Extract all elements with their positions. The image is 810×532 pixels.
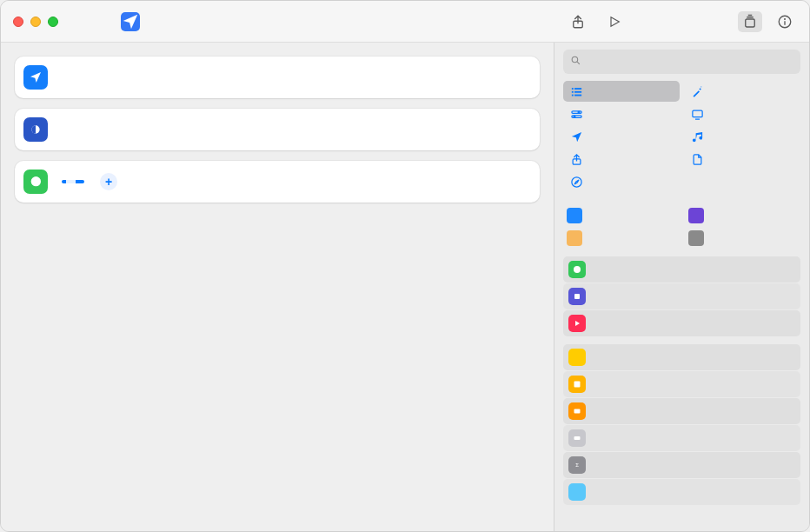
category-device[interactable]	[685, 103, 801, 124]
action-get-current-location[interactable]	[15, 57, 540, 98]
category-sharing[interactable]	[563, 149, 680, 170]
list-item[interactable]	[563, 479, 800, 505]
books-icon	[567, 230, 582, 246]
choose-menu-icon	[568, 483, 586, 501]
run-button[interactable]	[606, 13, 623, 30]
svg-rect-6	[571, 88, 573, 90]
svg-rect-9	[574, 88, 581, 90]
svg-point-19	[574, 266, 581, 273]
list-item[interactable]	[563, 344, 800, 370]
app-item[interactable]	[563, 228, 680, 249]
send-message-icon	[568, 261, 586, 278]
count-icon: Σ	[568, 456, 586, 474]
search-field[interactable]	[563, 50, 800, 74]
device-icon	[691, 107, 705, 121]
show-alert-icon	[568, 402, 586, 420]
action-send-message[interactable]: +	[15, 161, 540, 203]
app-item[interactable]	[685, 228, 801, 249]
category-all-actions[interactable]	[563, 81, 680, 102]
svg-point-3	[785, 18, 786, 19]
list-icon	[569, 84, 583, 98]
svg-point-5	[572, 57, 578, 63]
window-controls	[13, 17, 58, 27]
svg-text:Σ: Σ	[575, 462, 579, 468]
open-app-icon	[568, 288, 586, 305]
svg-rect-23	[574, 436, 581, 440]
location-icon	[569, 130, 583, 143]
action-toggle-appearance[interactable]	[15, 109, 540, 150]
actions-library-sidebar: Σ	[554, 43, 809, 531]
search-icon	[570, 54, 581, 70]
shortcut-app-icon	[121, 12, 140, 31]
svg-rect-1	[746, 19, 755, 27]
scripting-list: Σ	[563, 344, 800, 505]
svg-rect-7	[571, 90, 573, 92]
ask-input-icon	[568, 429, 586, 447]
category-media[interactable]	[685, 126, 801, 147]
category-controls[interactable]	[563, 103, 680, 124]
wand-icon	[691, 84, 705, 98]
category-grid	[563, 81, 800, 192]
list-item[interactable]: Σ	[563, 452, 800, 478]
configurator-icon	[688, 208, 704, 223]
maximize-window-button[interactable]	[48, 17, 58, 27]
category-documents[interactable]	[685, 149, 801, 170]
app-item[interactable]	[563, 205, 680, 226]
appearance-icon	[23, 117, 48, 142]
calculator-icon	[688, 230, 704, 246]
show-result-icon	[568, 376, 586, 393]
list-item[interactable]	[563, 371, 800, 397]
list-item[interactable]	[563, 283, 800, 309]
controls-icon	[569, 107, 583, 121]
svg-rect-22	[574, 409, 581, 414]
titlebar-toolbar	[569, 11, 797, 32]
list-item[interactable]	[563, 398, 800, 424]
svg-rect-8	[571, 94, 573, 96]
minimize-window-button[interactable]	[30, 17, 41, 27]
library-panel-button[interactable]	[738, 11, 762, 32]
category-web[interactable]	[563, 171, 680, 192]
svg-rect-16	[693, 110, 702, 117]
category-location[interactable]	[563, 126, 680, 147]
add-recipient-button[interactable]: +	[100, 173, 117, 190]
document-icon	[691, 152, 705, 166]
info-panel-button[interactable]	[773, 11, 797, 32]
app-item[interactable]	[685, 205, 801, 226]
svg-point-15	[574, 116, 575, 117]
svg-rect-20	[574, 294, 580, 299]
svg-point-14	[578, 111, 580, 113]
app-store-icon	[567, 208, 582, 223]
close-window-button[interactable]	[13, 17, 23, 27]
titlebar	[1, 1, 809, 43]
svg-rect-11	[574, 94, 581, 96]
message-content-pill[interactable]	[62, 180, 84, 183]
svg-rect-21	[574, 382, 581, 388]
list-item[interactable]	[563, 310, 800, 336]
messages-icon	[23, 170, 48, 194]
search-input[interactable]	[587, 56, 793, 69]
play-music-icon	[568, 315, 586, 332]
location-arrow-icon	[23, 65, 48, 90]
pinned-list	[563, 256, 800, 336]
action-title: +	[56, 173, 519, 190]
safari-icon	[569, 175, 583, 189]
comment-icon	[568, 349, 586, 366]
shortcut-editor[interactable]: +	[1, 43, 554, 531]
share-icon	[569, 152, 583, 166]
category-scripting[interactable]	[685, 81, 801, 102]
music-icon	[691, 130, 705, 143]
apps-grid	[563, 205, 800, 249]
svg-point-18	[571, 176, 581, 186]
list-item[interactable]	[563, 425, 800, 451]
list-item[interactable]	[563, 256, 800, 283]
svg-rect-10	[574, 90, 581, 92]
share-button[interactable]	[569, 13, 587, 30]
